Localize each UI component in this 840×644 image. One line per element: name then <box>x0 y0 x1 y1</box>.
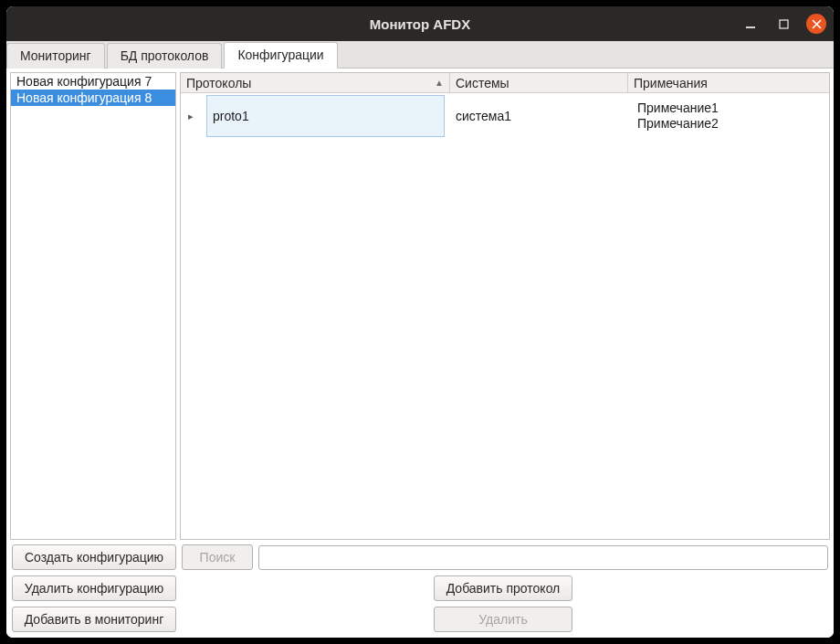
column-header-protocols[interactable]: Протоколы ▲ <box>181 73 450 92</box>
protocol-table: Протоколы ▲ Системы Примечания ▸ <box>180 72 830 540</box>
expand-arrow-icon[interactable]: ▸ <box>188 111 195 122</box>
protocol-name: proto1 <box>213 109 249 123</box>
minimize-button[interactable] <box>740 14 761 34</box>
config-item[interactable]: Новая конфигурация 8 <box>11 90 175 106</box>
note-line: Примечание2 <box>637 116 824 132</box>
column-label: Примечания <box>634 76 708 90</box>
window-title: Монитор AFDX <box>370 16 470 32</box>
window-controls <box>740 6 826 41</box>
add-to-monitoring-button[interactable]: Добавить в мониторинг <box>12 607 176 632</box>
content-area: Новая конфигурация 7 Новая конфигурация … <box>6 69 834 638</box>
column-header-systems[interactable]: Системы <box>450 73 628 92</box>
tab-configurations[interactable]: Конфигурации <box>224 42 337 69</box>
column-label: Протоколы <box>186 76 251 90</box>
table-body[interactable]: ▸ proto1 система1 Примечание1 Примечание… <box>181 93 829 539</box>
upper-panels: Новая конфигурация 7 Новая конфигурация … <box>10 72 830 540</box>
add-protocol-button[interactable]: Добавить протокол <box>434 575 572 601</box>
table-row[interactable]: ▸ proto1 система1 Примечание1 Примечание… <box>181 93 829 139</box>
note-line: Примечание1 <box>637 100 824 117</box>
table-header-row: Протоколы ▲ Системы Примечания <box>181 73 829 93</box>
bottom-controls: Создать конфигурацию Поиск Удалить конфи… <box>10 544 830 634</box>
create-config-button[interactable]: Создать конфигурацию <box>12 544 176 570</box>
close-button[interactable] <box>806 14 826 34</box>
protocol-cell-selected[interactable]: proto1 <box>206 95 445 137</box>
tab-monitoring[interactable]: Мониторинг <box>6 43 105 69</box>
cell-system: система1 <box>450 93 628 139</box>
maximize-icon <box>779 19 789 29</box>
tab-bar: Мониторинг БД протоколов Конфигурации <box>6 41 834 69</box>
svg-rect-0 <box>746 26 755 28</box>
application-window: Монитор AFDX Мониторинг БД протоколов Ко… <box>6 6 834 638</box>
maximize-button[interactable] <box>773 14 793 34</box>
tab-protocol-db[interactable]: БД протоколов <box>107 43 223 69</box>
close-icon <box>812 19 822 29</box>
cell-protocol[interactable]: ▸ proto1 <box>181 93 450 139</box>
svg-rect-1 <box>780 20 788 28</box>
system-name: система1 <box>456 109 511 123</box>
sort-asc-icon: ▲ <box>435 78 444 88</box>
column-label: Системы <box>456 76 509 90</box>
column-header-notes[interactable]: Примечания <box>628 73 829 92</box>
delete-config-button[interactable]: Удалить конфигурацию <box>12 575 176 601</box>
cell-notes: Примечание1 Примечание2 <box>628 93 829 139</box>
minimize-icon <box>745 18 756 29</box>
config-item[interactable]: Новая конфигурация 7 <box>11 73 175 90</box>
search-button: Поиск <box>182 544 253 570</box>
config-list[interactable]: Новая конфигурация 7 Новая конфигурация … <box>10 72 176 540</box>
titlebar: Монитор AFDX <box>6 6 834 41</box>
delete-protocol-button: Удалить <box>434 607 572 632</box>
search-input[interactable] <box>258 545 828 570</box>
